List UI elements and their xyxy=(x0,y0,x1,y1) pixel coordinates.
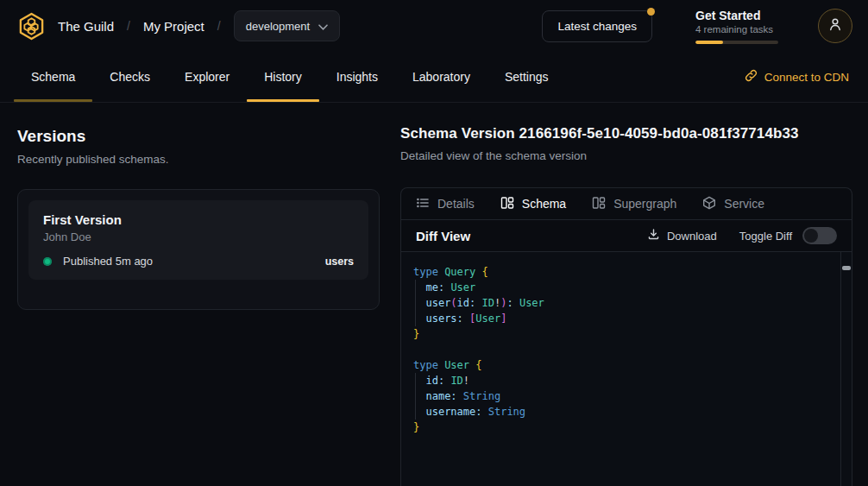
code-line: } xyxy=(413,326,852,342)
version-status: Published 5m ago xyxy=(63,255,153,268)
main-content: Versions Recently published schemas. Fir… xyxy=(0,103,868,486)
connect-to-cdn-link[interactable]: Connect to CDN xyxy=(741,52,852,102)
columns-icon xyxy=(592,196,606,212)
code-content: type Query { me: User user(id: ID!): Use… xyxy=(401,252,852,435)
code-line: } xyxy=(413,420,852,435)
get-started-title: Get Started xyxy=(695,9,778,22)
nav-tab-checks[interactable]: Checks xyxy=(92,52,167,102)
get-started-progressbar xyxy=(695,41,778,44)
app-header: The Guild / My Project / development Lat… xyxy=(0,0,868,52)
indent-guide xyxy=(415,280,416,326)
nav-tab-history[interactable]: History xyxy=(247,52,319,102)
target-selector[interactable]: development xyxy=(234,10,340,41)
download-icon xyxy=(647,228,660,243)
tab-supergraph[interactable]: Supergraph xyxy=(592,196,676,212)
version-list-item[interactable]: First Version John Doe Published 5m ago … xyxy=(28,200,368,280)
download-button[interactable]: Download xyxy=(647,228,717,243)
version-author: John Doe xyxy=(43,230,354,243)
hive-logo-icon[interactable] xyxy=(17,12,46,41)
versions-subtitle: Recently published schemas. xyxy=(17,153,380,166)
code-line: id: ID! xyxy=(413,373,852,388)
versions-list: First Version John Doe Published 5m ago … xyxy=(17,189,380,310)
toggle-knob xyxy=(804,229,818,243)
code-line: me: User xyxy=(413,280,852,295)
chevron-down-icon xyxy=(318,18,328,34)
target-selector-value: development xyxy=(246,20,310,33)
nav-tab-settings[interactable]: Settings xyxy=(487,52,566,102)
get-started-progress-fill xyxy=(695,41,723,44)
code-line: type Query { xyxy=(413,264,852,280)
published-status-dot xyxy=(43,257,52,266)
link-icon xyxy=(745,69,758,85)
versions-column: Versions Recently published schemas. Fir… xyxy=(17,123,380,486)
versions-title: Versions xyxy=(17,127,380,146)
nav-tab-explorer[interactable]: Explorer xyxy=(167,52,247,102)
code-line: users: [User] xyxy=(413,311,852,326)
columns-icon xyxy=(500,196,514,212)
schema-version-subtitle: Detailed view of the schema version xyxy=(400,149,852,162)
version-service-badge: users xyxy=(325,256,354,268)
tab-details[interactable]: Details xyxy=(416,196,475,212)
user-avatar[interactable] xyxy=(818,9,852,43)
diff-header: Diff View Download Toggle Diff xyxy=(401,220,852,252)
code-line xyxy=(413,342,852,357)
detail-tabs: Details Schema Sup xyxy=(401,188,852,220)
nav-tab-schema[interactable]: Schema xyxy=(14,52,92,102)
code-scrollbar[interactable] xyxy=(840,252,852,486)
code-line: name: String xyxy=(413,388,852,404)
list-icon xyxy=(416,196,430,212)
code-line: type User { xyxy=(413,357,852,373)
get-started-widget[interactable]: Get Started 4 remaining tasks xyxy=(695,9,778,44)
version-detail-panel: Details Schema Sup xyxy=(400,187,852,486)
nav-tab-laboratory[interactable]: Laboratory xyxy=(395,52,487,102)
breadcrumb: The Guild / My Project / xyxy=(58,19,234,34)
get-started-subtitle: 4 remaining tasks xyxy=(695,24,778,35)
latest-changes-label: Latest changes xyxy=(557,20,637,33)
diff-view-title: Diff View xyxy=(416,229,470,243)
project-nav: Schema Checks Explorer History Insights … xyxy=(0,52,868,103)
code-line: username: String xyxy=(413,404,852,420)
version-name: First Version xyxy=(43,212,354,227)
nav-tab-insights[interactable]: Insights xyxy=(319,52,395,102)
notification-dot xyxy=(647,8,655,16)
tab-schema[interactable]: Schema xyxy=(500,196,566,212)
person-icon xyxy=(827,16,843,35)
indent-guide xyxy=(415,373,416,420)
toggle-diff-label: Toggle Diff xyxy=(739,230,792,243)
breadcrumb-project[interactable]: My Project xyxy=(143,19,204,34)
code-scrollbar-thumb[interactable] xyxy=(842,266,851,270)
schema-code-viewer[interactable]: type Query { me: User user(id: ID!): Use… xyxy=(401,252,852,486)
cube-icon xyxy=(702,196,716,212)
breadcrumb-org[interactable]: The Guild xyxy=(58,19,114,34)
version-detail-column: Schema Version 2166196f-5e10-4059-bd0a-0… xyxy=(400,123,852,486)
tab-service[interactable]: Service xyxy=(702,196,764,212)
toggle-diff-switch[interactable] xyxy=(802,227,837,244)
schema-version-title: Schema Version 2166196f-5e10-4059-bd0a-0… xyxy=(400,125,852,142)
breadcrumb-separator: / xyxy=(217,19,221,33)
code-line: user(id: ID!): User xyxy=(413,295,852,311)
breadcrumb-separator: / xyxy=(127,19,130,33)
latest-changes-button[interactable]: Latest changes xyxy=(542,10,652,42)
